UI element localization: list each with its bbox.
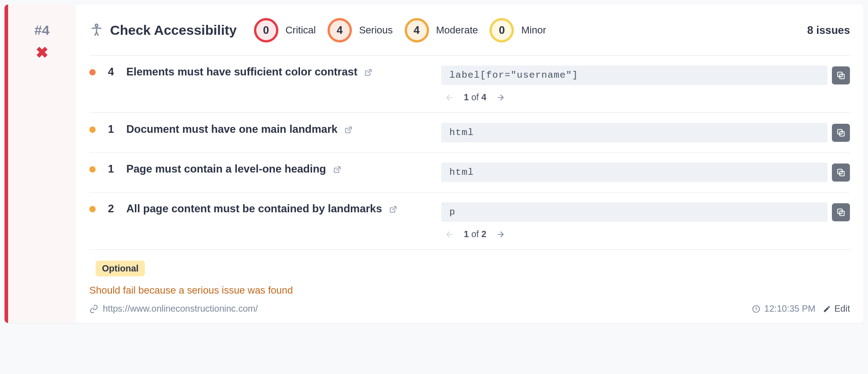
edit-button[interactable]: Edit xyxy=(823,304,850,314)
timestamp: 12:10:35 PM xyxy=(752,304,815,314)
pager-position: 1 of 4 xyxy=(464,92,486,103)
clock-icon xyxy=(752,304,761,313)
issue-title: Elements must have sufficient color cont… xyxy=(126,65,374,78)
check-title: Check Accessibility xyxy=(110,23,237,38)
status-stripe xyxy=(5,5,8,323)
issue-count: 2 xyxy=(106,202,116,215)
issue-row: 2All page content must be contained by l… xyxy=(89,192,850,250)
badge-minor: 0 Minor xyxy=(489,18,546,42)
issue-row: 1Page must contain a level-one headinght… xyxy=(89,153,850,192)
severity-badges: 0 Critical 4 Serious 4 Moderate 0 Minor xyxy=(254,18,546,42)
issue-row: 4Elements must have sufficient color con… xyxy=(89,56,850,113)
meta-right: 12:10:35 PM Edit xyxy=(752,304,850,314)
issue-title: All page content must be contained by la… xyxy=(126,202,399,215)
accessibility-result-card: #4 ✖ Check Accessibility 0 Critical 4 Se… xyxy=(5,5,863,323)
external-link-icon[interactable] xyxy=(332,164,343,174)
copy-button[interactable] xyxy=(832,203,850,221)
timestamp-text: 12:10:35 PM xyxy=(764,304,815,314)
step-sidebar: #4 ✖ xyxy=(8,5,76,323)
tested-url[interactable]: https://www.onlineconstructioninc.com/ xyxy=(103,304,258,314)
external-link-icon[interactable] xyxy=(364,66,374,77)
selector-row: label[for="username"] xyxy=(441,65,850,85)
link-icon xyxy=(89,304,98,313)
accessibility-icon xyxy=(89,23,104,37)
badge-serious-count: 4 xyxy=(328,18,352,42)
issue-title: Page must contain a level-one heading xyxy=(126,163,343,175)
css-selector[interactable]: html xyxy=(441,123,827,142)
css-selector[interactable]: label[for="username"] xyxy=(441,65,827,85)
selector-pager: 1 of 2 xyxy=(441,229,850,239)
title-group: Check Accessibility xyxy=(89,23,237,38)
css-selector[interactable]: p xyxy=(441,202,827,222)
issue-left: 2All page content must be contained by l… xyxy=(89,202,441,215)
badge-serious-label: Serious xyxy=(359,24,393,36)
badge-critical-count: 0 xyxy=(254,18,278,42)
issue-right: label[for="username"]1 of 4 xyxy=(441,65,850,103)
css-selector[interactable]: html xyxy=(441,163,827,182)
issue-left: 4Elements must have sufficient color con… xyxy=(89,65,441,78)
issues-list: 4Elements must have sufficient color con… xyxy=(89,56,850,250)
issue-title-text: Page must contain a level-one heading xyxy=(126,163,326,175)
step-number: #4 xyxy=(8,23,76,38)
badge-moderate-label: Moderate xyxy=(436,24,478,36)
issue-left: 1Document must have one main landmark xyxy=(89,123,441,136)
external-link-icon[interactable] xyxy=(388,203,399,214)
result-footer: Optional Should fail because a serious i… xyxy=(89,250,850,314)
result-header: Check Accessibility 0 Critical 4 Serious… xyxy=(89,18,850,56)
external-link-icon[interactable] xyxy=(344,124,355,135)
badge-serious: 4 Serious xyxy=(328,18,393,42)
badge-minor-label: Minor xyxy=(521,24,546,36)
copy-button[interactable] xyxy=(832,124,850,142)
selector-row: html xyxy=(441,163,850,182)
edit-label: Edit xyxy=(835,304,850,314)
optional-badge: Optional xyxy=(96,261,145,276)
issue-title: Document must have one main landmark xyxy=(126,123,355,136)
badge-minor-count: 0 xyxy=(489,18,514,42)
issues-total: 8 issues xyxy=(807,24,850,37)
issue-right: p1 of 2 xyxy=(441,202,850,239)
fail-icon: ✖ xyxy=(8,43,76,61)
badge-critical-label: Critical xyxy=(286,24,316,36)
content-area: Check Accessibility 0 Critical 4 Serious… xyxy=(76,5,863,323)
issue-title-text: All page content must be contained by la… xyxy=(126,202,382,215)
severity-dot xyxy=(89,69,96,75)
pager-next-icon[interactable] xyxy=(496,230,505,239)
issue-count: 1 xyxy=(106,123,116,136)
issue-right: html xyxy=(441,123,850,142)
copy-button[interactable] xyxy=(832,164,850,182)
svg-point-0 xyxy=(95,24,97,27)
selector-row: p xyxy=(441,202,850,222)
badge-moderate: 4 Moderate xyxy=(405,18,478,42)
issue-title-text: Document must have one main landmark xyxy=(126,123,337,136)
severity-dot xyxy=(89,126,96,133)
pencil-icon xyxy=(823,305,831,313)
meta-row: https://www.onlineconstructioninc.com/ 1… xyxy=(89,304,850,314)
pager-prev-icon[interactable] xyxy=(445,230,454,239)
selector-row: html xyxy=(441,123,850,142)
badge-critical: 0 Critical xyxy=(254,18,316,42)
pager-next-icon[interactable] xyxy=(496,93,505,102)
issue-title-text: Elements must have sufficient color cont… xyxy=(126,65,357,78)
issue-count: 4 xyxy=(106,65,116,78)
issue-left: 1Page must contain a level-one heading xyxy=(89,163,441,175)
issue-count: 1 xyxy=(106,163,116,175)
severity-dot xyxy=(89,166,96,173)
issue-right: html xyxy=(441,163,850,182)
badge-moderate-count: 4 xyxy=(405,18,429,42)
pager-prev-icon[interactable] xyxy=(445,93,454,102)
pager-position: 1 of 2 xyxy=(464,229,486,239)
issue-row: 1Document must have one main landmarkhtm… xyxy=(89,113,850,153)
severity-dot xyxy=(89,206,96,212)
failure-message: Should fail because a serious issue was … xyxy=(89,285,850,296)
copy-button[interactable] xyxy=(832,66,850,84)
selector-pager: 1 of 4 xyxy=(441,92,850,103)
